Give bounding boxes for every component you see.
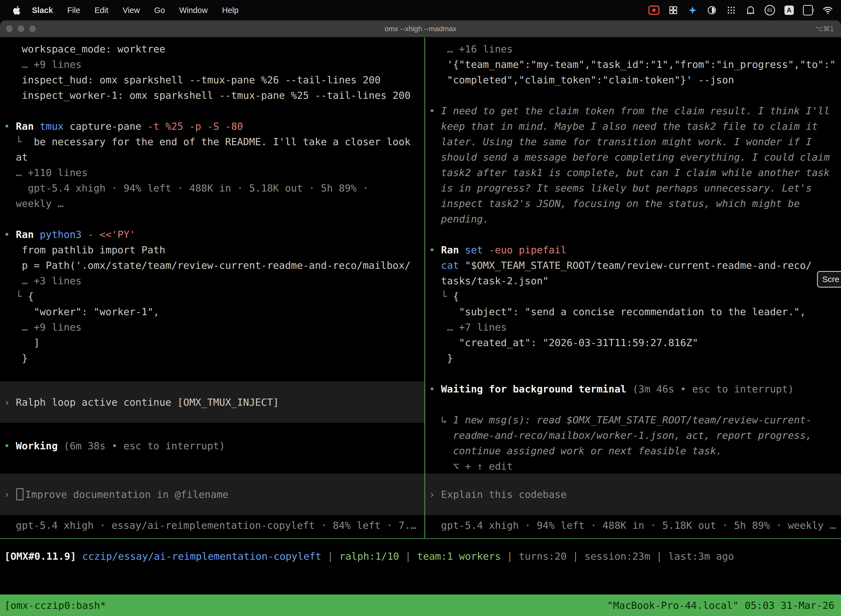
terminal-line <box>425 227 841 242</box>
dark-circle-icon[interactable] <box>706 5 717 16</box>
terminal-text: weekly … <box>4 198 64 209</box>
terminal-text: └ <box>4 290 28 302</box>
left-pane-output: workspace_mode: worktree … +9 lines insp… <box>0 38 424 474</box>
menu-file[interactable]: File <box>60 6 88 15</box>
right-status-line: gpt-5.4 xhigh · 94% left · 488K in · 5.1… <box>425 518 841 533</box>
terminal-panes: workspace_mode: worktree … +9 lines insp… <box>0 38 841 538</box>
terminal-line: • I need to get the claim token from the… <box>425 103 841 119</box>
terminal-line: at <box>0 150 424 165</box>
terminal-line: p = Path('.omx/state/team/review-current… <box>0 258 424 273</box>
tmux-status-bar: [omx-cczip0:bash* "MacBook-Pro-44.local"… <box>0 594 841 616</box>
terminal-text: gpt-5.4 xhigh · essay/ai-reimplementatio… <box>4 520 417 531</box>
terminal-text: "$OMX_TEAM_STATE_ROOT/team/review-curren… <box>465 260 812 271</box>
terminal-line: keep that in mind. Maybe I also need the… <box>425 119 841 134</box>
screen: Slack FileEditViewGoWindowHelp 61 A <box>0 0 841 616</box>
terminal-text: be necessary for the end of the README. … <box>34 136 410 147</box>
left-terminal-pane[interactable]: workspace_mode: worktree … +9 lines insp… <box>0 38 424 538</box>
terminal-line: later. Using the same for transition mig… <box>425 134 841 150</box>
terminal-line: inspect_worker-1: omx sparkshell --tmux-… <box>0 88 424 103</box>
menu-window[interactable]: Window <box>172 6 215 15</box>
apple-menu-icon[interactable] <box>11 5 22 16</box>
screenshot-notification[interactable]: Scre <box>817 271 841 287</box>
terminal-text: { <box>453 290 459 302</box>
terminal-text: Working <box>16 440 63 452</box>
left-pane-bottom: › Improve documentation in @filename gpt… <box>0 474 424 538</box>
terminal-text: ] <box>4 337 40 348</box>
tmux-host-clock-label: "MacBook-Pro-44.local" 05:03 31-Mar-26 <box>607 600 834 611</box>
terminal-text: inspect_worker-1: omx sparkshell --tmux-… <box>4 90 410 101</box>
right-prompt-band[interactable]: › Explain this codebase <box>425 474 841 515</box>
menu-view[interactable]: View <box>116 6 147 15</box>
terminal-line <box>425 397 841 412</box>
terminal-text: | <box>321 551 339 562</box>
battery-icon[interactable] <box>803 5 814 16</box>
zoom-button[interactable] <box>29 25 36 32</box>
terminal-line: • Waiting for background terminal (3m 46… <box>425 381 841 397</box>
blue-app-icon[interactable] <box>687 5 698 16</box>
terminal-text: is in progress? It seems likely but perh… <box>429 182 812 194</box>
terminal-text: ⌥ + ↑ edit <box>429 461 513 472</box>
terminal-text: ralph:1/10 <box>339 551 399 562</box>
dots-grid-icon[interactable] <box>726 5 737 16</box>
wifi-icon[interactable] <box>822 5 833 16</box>
terminal-text: Improve documentation in @filename <box>25 489 229 500</box>
traffic-lights <box>6 21 36 37</box>
window-shortcut-hint: ⌥⌘1 <box>815 21 834 37</box>
inline-band: › Ralph loop active continue [OMX_TMUX_I… <box>0 381 424 423</box>
terminal-text: › <box>4 397 16 408</box>
menu-go[interactable]: Go <box>147 6 172 15</box>
terminal-line: … +110 lines <box>0 165 424 180</box>
terminal-text: (3m 46s • esc to interrupt) <box>632 383 794 395</box>
terminal-text: "subject": "send a concise recommendatio… <box>429 306 806 317</box>
terminal-text: Explain this codebase <box>441 489 567 500</box>
tmux-session-label: [omx-cczip0:bash* <box>4 600 106 611</box>
terminal-text: workspace_mode: worktree <box>4 43 165 55</box>
terminal-line: readme-and-reco/mailbox/worker-1.json, a… <box>425 428 841 443</box>
right-terminal-pane[interactable]: … +16 lines '{"team_name":"my-team","tas… <box>425 38 841 538</box>
window-title-bar[interactable]: omx --xhigh --madmax ⌥⌘1 <box>0 21 841 38</box>
terminal-text: "worker": "worker-1", <box>4 306 160 317</box>
close-button[interactable] <box>6 25 13 32</box>
left-prompt-band[interactable]: › Improve documentation in @filename <box>0 474 424 515</box>
ghost-icon[interactable] <box>745 5 756 16</box>
terminal-line <box>425 88 841 103</box>
input-source-label: A <box>784 6 794 15</box>
terminal-text: last:3m ago <box>668 551 734 562</box>
terminal-text: capture-pane <box>70 120 147 132</box>
window-grid-icon[interactable] <box>668 5 679 16</box>
terminal-line: └ { <box>425 289 841 304</box>
terminal-text: • <box>429 105 441 116</box>
terminal-line: "created_at": "2026-03-31T11:59:27.816Z" <box>425 335 841 351</box>
menu-edit[interactable]: Edit <box>88 6 116 15</box>
terminal-line: … +3 lines <box>0 273 424 289</box>
terminal-text: [OMX#0.11.9] <box>4 551 82 562</box>
terminal-text: I need to get the claim token from the c… <box>441 105 830 116</box>
input-source-icon[interactable]: A <box>784 5 795 16</box>
terminal-text: from pathlib import Path <box>4 244 165 255</box>
right-pane-bottom: › Explain this codebase gpt-5.4 xhigh · … <box>425 474 841 538</box>
record-indicator-icon[interactable] <box>648 5 659 16</box>
minimize-button[interactable] <box>18 25 24 32</box>
terminal-text: tasks/task-2.json" <box>429 275 548 286</box>
terminal-text: … +9 lines <box>4 59 82 70</box>
terminal-line: workspace_mode: worktree <box>0 41 424 57</box>
terminal-line: should send a message before completing … <box>425 150 841 165</box>
terminal-text: | <box>651 551 668 562</box>
terminal-text: Ran <box>441 244 465 255</box>
terminal-line: is in progress? It seems likely but perh… <box>425 180 841 196</box>
menu-app-name[interactable]: Slack <box>25 6 60 15</box>
terminal-text <box>429 260 441 271</box>
terminal-text: -t %25 -p -S -80 <box>147 120 243 132</box>
terminal-text: set <box>465 244 489 255</box>
terminal-text: "completed","claim_token":"claim-token"}… <box>429 74 734 85</box>
terminal-text: '{"team_name":"my-team","task_id":"1","f… <box>429 59 836 70</box>
gauge-value: 61 <box>765 5 775 15</box>
terminal-line: pending. <box>425 211 841 227</box>
terminal-text: (6m 38s • esc to interrupt) <box>64 440 225 452</box>
terminal-line: "subject": "send a concise recommendatio… <box>425 304 841 320</box>
menu-help[interactable]: Help <box>215 6 246 15</box>
terminal-line: cat "$OMX_TEAM_STATE_ROOT/team/review-cu… <box>425 258 841 273</box>
terminal-text: … +7 lines <box>429 321 507 333</box>
gauge-61-icon[interactable]: 61 <box>764 5 775 16</box>
menu-bar-left: Slack FileEditViewGoWindowHelp <box>0 5 246 16</box>
